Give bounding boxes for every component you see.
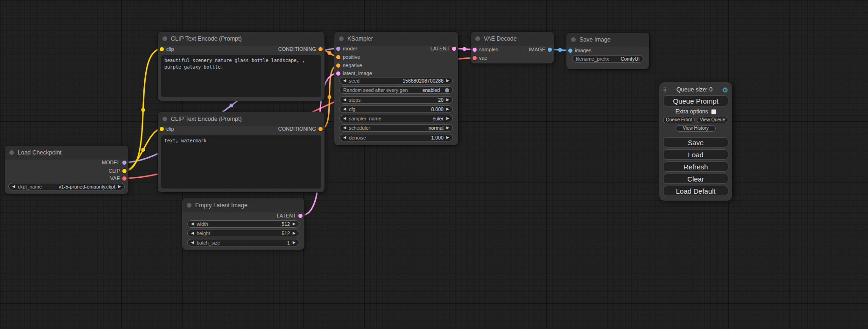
- extra-options-checkbox[interactable]: [711, 109, 716, 114]
- image-port-icon[interactable]: [568, 49, 572, 53]
- node-title-bar[interactable]: Load Checkpoint: [5, 146, 128, 160]
- increment-arrow-icon[interactable]: ▶: [293, 241, 296, 245]
- clip-port-icon[interactable]: [122, 169, 127, 173]
- load-default-button[interactable]: Load Default: [663, 186, 728, 196]
- queue-prompt-button[interactable]: Queue Prompt: [663, 95, 728, 106]
- node-empty-latent-image[interactable]: Empty Latent Image LATENT ◀ width 512 ▶ …: [182, 198, 304, 250]
- input-slot-samples[interactable]: samples: [473, 45, 498, 54]
- output-slot-vae[interactable]: VAE: [110, 174, 127, 182]
- output-slot-conditioning[interactable]: CONDITIONING: [278, 45, 323, 53]
- drag-handle-icon[interactable]: ⣿: [663, 87, 667, 93]
- refresh-button[interactable]: Refresh: [663, 161, 728, 172]
- increment-arrow-icon[interactable]: ▶: [293, 231, 296, 235]
- latent-port-icon[interactable]: [473, 48, 477, 52]
- node-collapse-dot-icon[interactable]: [187, 203, 191, 208]
- increment-arrow-icon[interactable]: ▶: [446, 107, 449, 111]
- decrement-arrow-icon[interactable]: ◀: [343, 136, 346, 140]
- decrement-arrow-icon[interactable]: ◀: [343, 79, 346, 83]
- load-button[interactable]: Load: [663, 149, 728, 160]
- increment-arrow-icon[interactable]: ▶: [293, 222, 296, 226]
- width-widget[interactable]: ◀ width 512 ▶: [187, 220, 299, 228]
- node-vae-decode[interactable]: VAE Decode samples vae IMAGE: [471, 32, 554, 63]
- decrement-arrow-icon[interactable]: ◀: [343, 117, 346, 120]
- input-slot-images[interactable]: images: [568, 46, 591, 55]
- input-slot-positive[interactable]: positive: [336, 53, 360, 61]
- input-slot-clip[interactable]: clip: [160, 45, 174, 53]
- scheduler-widget[interactable]: ◀ scheduler normal ▶: [339, 124, 453, 132]
- input-slot-clip[interactable]: clip: [160, 125, 174, 133]
- node-load-checkpoint[interactable]: Load Checkpoint MODEL CLIP VAE ◀ ckpt_na…: [5, 146, 128, 194]
- input-slot-latent-image[interactable]: latent_image: [336, 69, 372, 77]
- queue-menu-panel[interactable]: ⣿ Queue size: 0 ⚙ Queue Prompt Extra opt…: [659, 82, 732, 201]
- output-slot-image[interactable]: IMAGE: [529, 45, 552, 54]
- node-title-bar[interactable]: Empty Latent Image: [182, 198, 304, 212]
- node-collapse-dot-icon[interactable]: [162, 117, 167, 121]
- conditioning-port-icon[interactable]: [336, 63, 340, 68]
- seed-widget[interactable]: ◀ seed 156680208700286 ▶: [339, 77, 453, 84]
- node-title-bar[interactable]: KSampler: [334, 32, 458, 46]
- node-collapse-dot-icon[interactable]: [9, 150, 14, 155]
- batch-size-widget[interactable]: ◀ batch_size 1 ▶: [187, 239, 299, 246]
- conditioning-port-icon[interactable]: [318, 127, 323, 131]
- increment-arrow-icon[interactable]: ▶: [446, 79, 449, 83]
- node-title-bar[interactable]: Save Image: [566, 33, 649, 47]
- node-clip-text-encode-negative[interactable]: CLIP Text Encode (Prompt) clip CONDITION…: [158, 112, 325, 192]
- queue-front-button[interactable]: Queue Front: [663, 117, 695, 123]
- denoise-widget[interactable]: ◀ denoise 1.000 ▶: [339, 134, 453, 141]
- output-slot-latent[interactable]: LATENT: [430, 44, 456, 53]
- node-collapse-dot-icon[interactable]: [571, 37, 576, 42]
- node-clip-text-encode-positive[interactable]: CLIP Text Encode (Prompt) clip CONDITION…: [158, 32, 325, 101]
- increment-arrow-icon[interactable]: ▶: [446, 126, 449, 130]
- clear-button[interactable]: Clear: [663, 174, 728, 184]
- cfg-widget[interactable]: ◀ cfg 8.000 ▶: [339, 105, 453, 113]
- decrement-arrow-icon[interactable]: ◀: [343, 107, 346, 111]
- increment-arrow-icon[interactable]: ▶: [446, 98, 449, 102]
- random-seed-toggle[interactable]: Random seed after every gen enabled: [339, 86, 453, 94]
- view-queue-button[interactable]: View Queue: [697, 117, 728, 123]
- input-slot-model[interactable]: model: [336, 44, 357, 53]
- decrement-arrow-icon[interactable]: ◀: [191, 241, 194, 245]
- decrement-arrow-icon[interactable]: ◀: [343, 98, 346, 102]
- node-title-bar[interactable]: CLIP Text Encode (Prompt): [158, 32, 325, 46]
- ckpt-name-widget[interactable]: ◀ ckpt_name v1-5-pruned-emaonly.ckpt ▶: [8, 183, 125, 190]
- conditioning-port-icon[interactable]: [336, 55, 340, 59]
- clip-port-icon[interactable]: [160, 47, 164, 51]
- positive-prompt-textarea[interactable]: beautiful scenery nature glass bottle la…: [161, 55, 321, 97]
- conditioning-port-icon[interactable]: [318, 47, 323, 51]
- node-ksampler[interactable]: KSampler model positive negative latent_…: [334, 32, 458, 145]
- input-slot-negative[interactable]: negative: [336, 61, 362, 70]
- node-save-image[interactable]: Save Image images filename_prefix ComfyU…: [566, 33, 649, 69]
- negative-prompt-textarea[interactable]: text, watermark: [161, 135, 321, 189]
- height-widget[interactable]: ◀ height 512 ▶: [187, 230, 299, 237]
- output-slot-conditioning[interactable]: CONDITIONING: [278, 125, 323, 133]
- increment-arrow-icon[interactable]: ▶: [446, 136, 449, 140]
- node-collapse-dot-icon[interactable]: [162, 36, 167, 41]
- input-slot-vae[interactable]: vae: [473, 54, 487, 62]
- filename-prefix-widget[interactable]: filename_prefix ComfyUI: [572, 55, 643, 63]
- decrement-arrow-icon[interactable]: ◀: [343, 126, 346, 130]
- vae-port-icon[interactable]: [122, 176, 127, 181]
- latent-port-icon[interactable]: [452, 47, 456, 51]
- latent-port-icon[interactable]: [336, 71, 340, 76]
- node-title-bar[interactable]: CLIP Text Encode (Prompt): [158, 112, 325, 126]
- decrement-arrow-icon[interactable]: ◀: [12, 185, 15, 189]
- settings-gear-icon[interactable]: ⚙: [722, 86, 728, 93]
- output-slot-latent[interactable]: LATENT: [277, 211, 303, 220]
- node-graph-canvas[interactable]: Load Checkpoint MODEL CLIP VAE ◀ ckpt_na…: [0, 0, 868, 329]
- vae-port-icon[interactable]: [473, 56, 477, 60]
- increment-arrow-icon[interactable]: ▶: [446, 117, 449, 120]
- steps-widget[interactable]: ◀ steps 20 ▶: [339, 96, 453, 104]
- latent-port-icon[interactable]: [298, 214, 303, 218]
- output-slot-model[interactable]: MODEL: [102, 158, 127, 167]
- model-port-icon[interactable]: [336, 47, 340, 51]
- node-collapse-dot-icon[interactable]: [339, 36, 344, 41]
- sampler-name-widget[interactable]: ◀ sampler_name euler ▶: [339, 115, 453, 122]
- save-button[interactable]: Save: [663, 137, 728, 147]
- increment-arrow-icon[interactable]: ▶: [118, 185, 121, 189]
- view-history-button[interactable]: View History: [676, 125, 716, 132]
- node-title-bar[interactable]: VAE Decode: [471, 32, 554, 46]
- clip-port-icon[interactable]: [160, 127, 164, 131]
- image-port-icon[interactable]: [548, 48, 552, 52]
- node-collapse-dot-icon[interactable]: [475, 36, 480, 41]
- decrement-arrow-icon[interactable]: ◀: [191, 231, 194, 235]
